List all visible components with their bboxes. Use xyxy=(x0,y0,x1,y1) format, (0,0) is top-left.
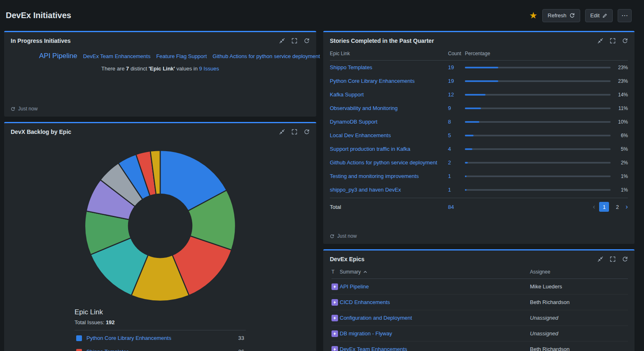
epic-summary-link[interactable]: CICD Enhancements xyxy=(340,299,390,305)
percentage-value: 23% xyxy=(615,78,628,84)
header-actions: ★ Refresh Edit ⋯ xyxy=(529,9,632,22)
count-link[interactable]: 1 xyxy=(448,187,451,193)
legend-epic-link[interactable]: Shippo Templates xyxy=(86,349,129,351)
percentage-bar-fill xyxy=(465,94,485,96)
epic-tag-link[interactable]: Feature Flag Support xyxy=(156,53,207,59)
more-button[interactable]: ⋯ xyxy=(618,9,632,22)
epic-summary-link[interactable]: Configuration and Deployment xyxy=(340,315,412,321)
summary-cell: Configuration and Deployment xyxy=(340,315,530,321)
column-summary[interactable]: Summary xyxy=(340,269,361,275)
count-link[interactable]: 2 xyxy=(448,159,451,166)
count-link[interactable]: 19 xyxy=(448,64,454,70)
table-row: Support production traffic in Kafka45% xyxy=(330,142,628,156)
expand-icon[interactable] xyxy=(292,129,297,135)
count-link[interactable]: 1 xyxy=(448,173,451,179)
refresh-button-label: Refresh xyxy=(548,12,567,19)
collapse-icon[interactable] xyxy=(597,38,603,44)
count-link[interactable]: 5 xyxy=(448,132,451,138)
panel-title: DevEx Epics xyxy=(330,256,364,262)
percentage-cell: 2% xyxy=(465,160,628,166)
count-link[interactable]: 4 xyxy=(448,146,451,152)
count-cell: 12 xyxy=(448,91,465,98)
epic-link[interactable]: Support production traffic in Kafka xyxy=(330,146,411,152)
epic-tag-link[interactable]: API Pipeline xyxy=(39,52,77,60)
epic-cell: Observability and Monitoring xyxy=(330,105,448,111)
summary-text: values in xyxy=(175,66,199,72)
refresh-icon[interactable] xyxy=(304,129,310,135)
percentage-cell: 11% xyxy=(465,105,628,111)
epic-link[interactable]: Python Core Library Enhancements xyxy=(330,78,415,84)
percentage-value: 11% xyxy=(615,105,628,111)
epic-link[interactable]: Local Dev Enhancements xyxy=(330,132,391,138)
expand-icon[interactable] xyxy=(292,38,297,44)
page-next-icon[interactable]: › xyxy=(625,203,628,211)
refresh-button[interactable]: Refresh xyxy=(542,9,580,22)
count-link[interactable]: 19 xyxy=(448,78,454,84)
collapse-icon[interactable] xyxy=(279,38,285,44)
epic-link[interactable]: Observability and Monitoring xyxy=(330,105,398,111)
refresh-icon[interactable] xyxy=(622,38,628,44)
epic-cell: DynamoDB Support xyxy=(330,119,448,125)
assignee-cell: Unassigned xyxy=(530,315,628,321)
count-link[interactable]: 9 xyxy=(448,105,451,111)
percentage-bar-fill xyxy=(465,189,467,191)
refresh-icon[interactable] xyxy=(304,38,310,44)
count-link[interactable]: 8 xyxy=(448,119,451,125)
chart-title: Epic Link xyxy=(75,308,246,316)
epic-summary-link[interactable]: DevEx Team Enhancements xyxy=(340,346,407,351)
column-count[interactable]: Count xyxy=(448,51,465,56)
expand-icon[interactable] xyxy=(610,256,616,262)
column-percentage[interactable]: Percentage xyxy=(465,51,628,56)
panel-title: Stories Completed in the Past Quarter xyxy=(330,37,434,44)
epic-link[interactable]: Github Actions for python service deploy… xyxy=(330,159,437,166)
epic-cell: shippo_py3 and haven DevEx xyxy=(330,187,448,193)
edit-button[interactable]: Edit xyxy=(585,9,613,22)
epic-link[interactable]: Testing and monitoring improvements xyxy=(330,173,419,179)
column-epic-link[interactable]: Epic Link xyxy=(330,51,448,56)
percentage-bar-track xyxy=(465,108,611,109)
epic-link[interactable]: Kafka Support xyxy=(330,91,364,98)
count-link[interactable]: 12 xyxy=(448,91,454,98)
sort-ascending-icon[interactable] xyxy=(363,270,367,274)
total-issues-value: 192 xyxy=(106,319,115,325)
refresh-icon xyxy=(569,13,575,18)
refresh-icon[interactable] xyxy=(622,256,628,262)
count-cell: 19 xyxy=(448,78,465,84)
summary-cell: DevEx Team Enhancements xyxy=(340,346,530,351)
issues-link[interactable]: 9 Issues xyxy=(199,66,219,72)
page-prev-icon[interactable]: ‹ xyxy=(593,203,595,211)
epic-summary-link[interactable]: DB migration - Flyway xyxy=(340,330,392,337)
percentage-value: 10% xyxy=(615,119,628,125)
column-type[interactable]: T xyxy=(331,269,340,275)
table-row: DB migration - FlywayUnassigned xyxy=(331,326,628,342)
legend-count: 33 xyxy=(238,335,244,341)
percentage-bar-fill xyxy=(465,121,479,123)
page-2-button[interactable]: 2 xyxy=(613,204,621,210)
panel-devx-backlog-by-epic: DevX Backlog by Epic Epic Link Total Iss… xyxy=(4,122,316,351)
epic-tag-link[interactable]: Github Actions for python service deploy… xyxy=(212,53,320,59)
epic-summary-link[interactable]: API Pipeline xyxy=(340,283,369,290)
type-cell xyxy=(331,299,340,306)
legend-epic-link[interactable]: Python Core Library Enhancements xyxy=(86,335,171,341)
table-row: DynamoDB Support810% xyxy=(330,115,628,129)
chart-total: Total Issues: 192 xyxy=(75,319,246,325)
epic-link[interactable]: DynamoDB Support xyxy=(330,119,378,125)
collapse-icon[interactable] xyxy=(279,129,285,135)
column-assignee[interactable]: Assignee xyxy=(530,269,628,275)
summary-cell: CICD Enhancements xyxy=(340,299,530,305)
total-count: 84 xyxy=(448,204,465,210)
epic-link[interactable]: shippo_py3 and haven DevEx xyxy=(330,187,401,193)
refresh-icon[interactable] xyxy=(11,107,15,111)
assignee-cell: Beth Richardson xyxy=(530,299,628,305)
expand-icon[interactable] xyxy=(610,38,616,44)
epic-tag-link[interactable]: DevEx Team Enhancements xyxy=(83,53,151,59)
epic-tag-cloud: API PipelineDevEx Team EnhancementsFeatu… xyxy=(4,47,316,61)
panel-in-progress-initiatives: In Progress Initiatives API PipelineDevE… xyxy=(4,31,316,117)
refresh-icon[interactable] xyxy=(330,234,334,239)
table-row: Local Dev Enhancements56% xyxy=(330,129,628,142)
page-1-button[interactable]: 1 xyxy=(599,202,609,212)
collapse-icon[interactable] xyxy=(597,256,603,262)
percentage-bar-fill xyxy=(465,135,474,136)
favorite-star-icon[interactable]: ★ xyxy=(529,11,537,20)
epic-link[interactable]: Shippo Templates xyxy=(330,64,372,70)
